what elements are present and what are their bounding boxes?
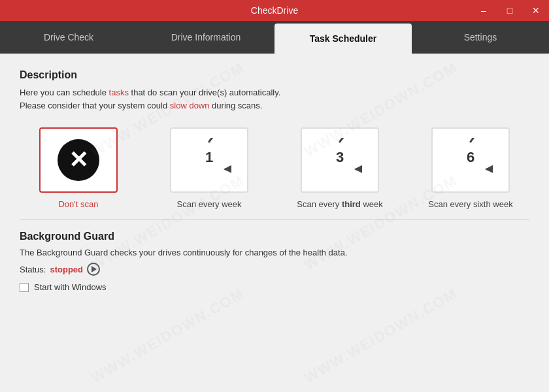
every-third-week-icon-wrapper: 3 bbox=[301, 127, 379, 193]
start-with-windows-checkbox[interactable] bbox=[20, 283, 29, 292]
maximize-button[interactable]: □ bbox=[497, 0, 523, 21]
dont-scan-label: Don't scan bbox=[58, 199, 98, 209]
every-third-week-label: Scan every third week bbox=[297, 199, 383, 209]
every-sixth-week-label: Scan every sixth week bbox=[428, 199, 512, 209]
window-controls: – □ ✕ bbox=[471, 0, 549, 21]
week-6-label: 6 bbox=[467, 149, 474, 166]
tab-settings[interactable]: Settings bbox=[412, 21, 549, 54]
section-divider bbox=[20, 220, 529, 220]
scan-option-every-third-week[interactable]: 3 Scan every third week bbox=[281, 127, 399, 209]
description-text: Here you can schedule tasks that do scan… bbox=[20, 86, 529, 112]
every-week-circle: 1 bbox=[187, 138, 231, 182]
start-with-windows-text: Start with Windows bbox=[34, 282, 107, 292]
title-bar: CheckDrive – □ ✕ bbox=[0, 0, 549, 21]
minimize-button[interactable]: – bbox=[471, 0, 497, 21]
scan-options: ✕ Don't scan 1 Scan every week bbox=[20, 127, 529, 209]
tab-drive-check[interactable]: Drive Check bbox=[0, 21, 137, 54]
week-1-label: 1 bbox=[205, 149, 213, 166]
status-line: Status: stopped bbox=[20, 263, 529, 276]
close-button[interactable]: ✕ bbox=[523, 0, 549, 21]
background-guard-description: The Background Guard checks your drives … bbox=[20, 248, 529, 257]
background-guard-title: Background Guard bbox=[20, 231, 529, 242]
scan-option-dont-scan[interactable]: ✕ Don't scan bbox=[20, 127, 137, 209]
status-label: Status: bbox=[20, 265, 46, 274]
x-circle-icon: ✕ bbox=[58, 139, 99, 181]
main-content: Description Here you can schedule tasks … bbox=[0, 54, 549, 392]
app-title: CheckDrive bbox=[251, 5, 298, 16]
play-button[interactable] bbox=[87, 263, 100, 276]
every-sixth-week-circle: 6 bbox=[448, 138, 493, 182]
start-with-windows-label[interactable]: Start with Windows bbox=[20, 282, 529, 292]
every-sixth-week-icon-wrapper: 6 bbox=[431, 127, 510, 193]
week-3-label: 3 bbox=[336, 149, 344, 166]
every-third-week-circle: 3 bbox=[318, 138, 362, 182]
dont-scan-icon-wrapper: ✕ bbox=[39, 127, 118, 193]
scan-option-every-week[interactable]: 1 Scan every week bbox=[150, 127, 268, 209]
tab-drive-information[interactable]: Drive Information bbox=[137, 21, 274, 54]
tab-bar: Drive Check Drive Information Task Sched… bbox=[0, 21, 549, 54]
tab-task-scheduler[interactable]: Task Scheduler bbox=[274, 24, 412, 54]
description-title: Description bbox=[20, 69, 529, 81]
every-week-icon-wrapper: 1 bbox=[170, 127, 248, 193]
description-line1: Here you can schedule tasks that do scan… bbox=[20, 88, 280, 97]
status-value: stopped bbox=[50, 265, 83, 274]
every-week-label: Scan every week bbox=[177, 199, 242, 209]
scan-option-every-sixth-week[interactable]: 6 Scan every sixth week bbox=[412, 127, 529, 209]
play-icon bbox=[92, 266, 97, 272]
description-line2: Please consider that your system could s… bbox=[20, 101, 262, 110]
